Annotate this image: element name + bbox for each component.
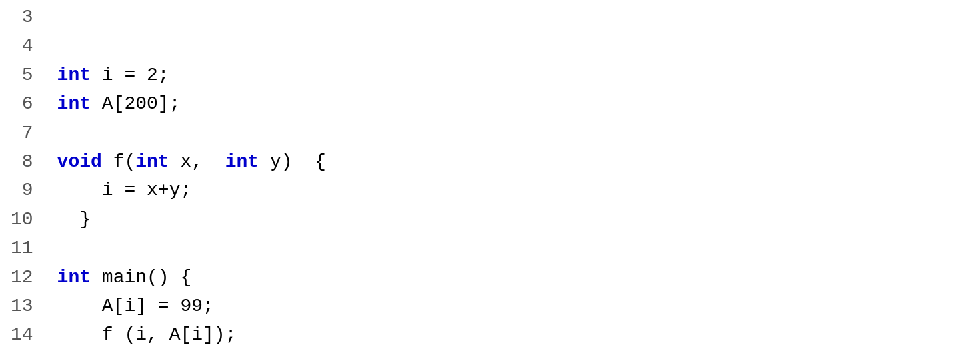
code-editor: 3456789101112131415 int i = 2;int A[200]… bbox=[0, 0, 980, 349]
plain-token: y) { bbox=[259, 151, 326, 172]
code-line bbox=[57, 234, 967, 262]
plain-token: } bbox=[57, 209, 91, 230]
plain-token: x, bbox=[169, 151, 225, 172]
plain-token: A[i] = 99; bbox=[57, 296, 214, 316]
plain-token: A[200]; bbox=[91, 93, 180, 114]
line-number: 3 bbox=[11, 3, 33, 31]
line-numbers: 3456789101112131415 bbox=[0, 3, 44, 349]
line-number: 11 bbox=[11, 234, 33, 262]
keyword-token: int bbox=[57, 93, 91, 114]
plain-token: i = x+y; bbox=[57, 180, 192, 200]
code-line: } bbox=[57, 205, 967, 234]
line-number: 8 bbox=[11, 147, 33, 176]
code-line: int i = 2; bbox=[57, 61, 967, 89]
line-number: 10 bbox=[11, 205, 33, 234]
plain-token: main() { bbox=[91, 267, 191, 288]
code-line: i = x+y; bbox=[57, 176, 967, 204]
code-line: void f(int x, int y) { bbox=[57, 147, 967, 176]
code-line: f (i, A[i]); bbox=[57, 320, 967, 349]
line-number: 12 bbox=[11, 263, 33, 292]
line-number: 9 bbox=[11, 176, 33, 204]
line-number: 5 bbox=[11, 61, 33, 89]
plain-token: f( bbox=[102, 151, 135, 172]
plain-token: i = 2; bbox=[91, 65, 169, 85]
keyword-token: int bbox=[135, 151, 169, 172]
code-content: int i = 2;int A[200]; void f(int x, int … bbox=[44, 3, 980, 349]
keyword-token: int bbox=[57, 65, 91, 85]
keyword-token: int bbox=[57, 267, 91, 288]
line-number: 6 bbox=[11, 89, 33, 118]
keyword-token: void bbox=[57, 151, 102, 172]
code-line: int main() { bbox=[57, 263, 967, 292]
code-line: int A[200]; bbox=[57, 89, 967, 118]
line-number: 13 bbox=[11, 292, 33, 320]
keyword-token: int bbox=[225, 151, 259, 172]
code-line bbox=[57, 119, 967, 147]
code-line: A[i] = 99; bbox=[57, 292, 967, 320]
plain-token: f (i, A[i]); bbox=[57, 324, 237, 345]
line-number: 4 bbox=[11, 31, 33, 60]
line-number: 7 bbox=[11, 119, 33, 147]
line-number: 14 bbox=[11, 320, 33, 349]
